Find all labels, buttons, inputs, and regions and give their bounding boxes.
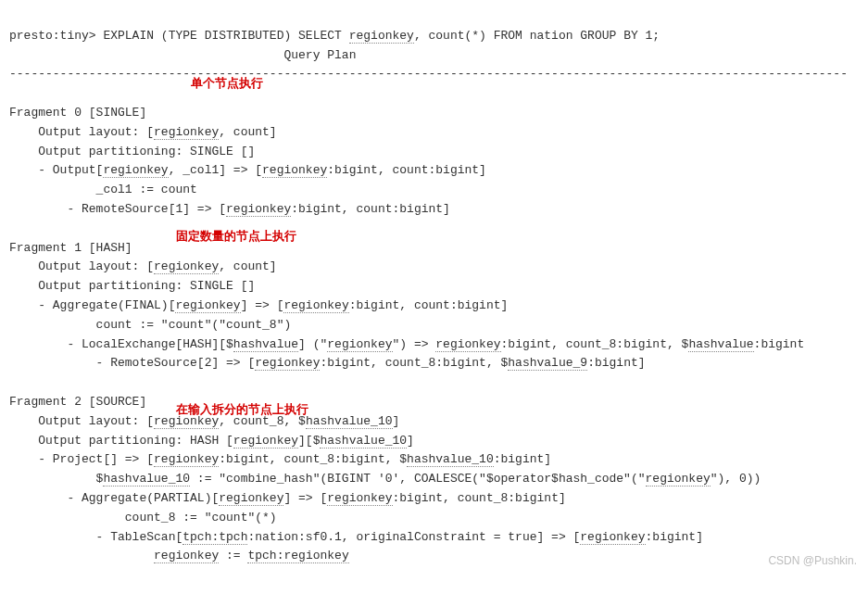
watermark: CSDN @Pushkin. <box>768 552 857 570</box>
frag2-tablescan: - TableScan[tpch:tpch:nation:sf0.1, orig… <box>9 530 703 545</box>
frag2-regionkey-assign: regionkey := tpch:regionkey <box>9 549 349 563</box>
frag2-hashvalue-assign: $hashvalue_10 := "combine_hash"(BIGINT '… <box>9 472 761 487</box>
fragment-1-header: Fragment 1 [HASH] <box>9 241 132 255</box>
frag2-aggregate-partial: - Aggregate(PARTIAL)[regionkey] => [regi… <box>9 491 566 506</box>
plan-title: Query Plan <box>9 48 356 62</box>
frag1-aggregate-final: - Aggregate(FINAL)[regionkey] => [region… <box>9 298 508 313</box>
annotation-frag0: 单个节点执行 <box>191 74 263 94</box>
frag2-project: - Project[] => [regionkey:bigint, count_… <box>9 452 551 467</box>
col-regionkey: regionkey <box>349 29 414 44</box>
frag1-output-layout: Output layout: [regionkey, count] <box>9 259 277 274</box>
divider: ----------------------------------------… <box>9 67 848 81</box>
frag0-output-partitioning: Output partitioning: SINGLE [] <box>9 145 255 158</box>
prompt-line: presto:tiny> EXPLAIN (TYPE DISTRIBUTED) … <box>9 29 660 44</box>
frag2-count-assign: count_8 := "count"(*) <box>9 511 277 524</box>
frag1-local-exchange: - LocalExchange[HASH][$hashvalue] ("regi… <box>9 337 804 352</box>
query-plan-output: presto:tiny> EXPLAIN (TYPE DISTRIBUTED) … <box>9 7 859 566</box>
frag0-col1-assign: _col1 := count <box>9 183 197 196</box>
frag1-remote-source: - RemoteSource[2] => [regionkey:bigint, … <box>9 356 646 371</box>
fragment-0-header: Fragment 0 [SINGLE] <box>9 106 146 120</box>
frag0-remote-source: - RemoteSource[1] => [regionkey:bigint, … <box>9 202 450 217</box>
frag0-output-layout: Output layout: [regionkey, count] <box>9 125 277 140</box>
annotation-frag1: 固定数量的节点上执行 <box>176 227 296 246</box>
frag1-count-assign: count := "count"("count_8") <box>9 318 291 332</box>
frag0-output-node: - Output[regionkey, _col1] => [regionkey… <box>9 163 486 178</box>
frag2-output-partitioning: Output partitioning: HASH [regionkey][$h… <box>9 434 414 449</box>
fragment-2-header: Fragment 2 [SOURCE] <box>9 395 146 409</box>
frag1-output-partitioning: Output partitioning: SINGLE [] <box>9 279 255 293</box>
annotation-frag2: 在输入拆分的节点上执行 <box>176 400 308 420</box>
